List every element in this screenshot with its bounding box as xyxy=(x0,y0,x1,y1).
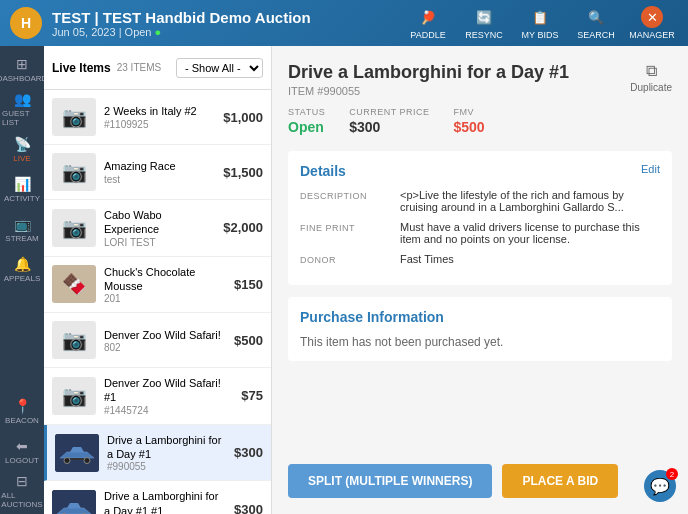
live-items-list: 📷 2 Weeks in Italy #2 #1109925 $1,000 📷 … xyxy=(44,90,271,514)
detail-item-id: ITEM #990055 xyxy=(288,85,569,97)
item-name: 2 Weeks in Italy #2 xyxy=(104,104,215,118)
status-label: STATUS xyxy=(288,107,325,117)
chat-button[interactable]: 💬 2 xyxy=(644,470,676,502)
current-price-label: CURRENT PRICE xyxy=(349,107,429,117)
list-item[interactable]: 📷 Denver Zoo Wild Safari! #1 #1445724 $7… xyxy=(44,368,271,425)
my-bids-button[interactable]: 📋 MY BIDS xyxy=(514,0,566,46)
list-item[interactable]: 🍫 Chuck's Chocolate Mousse 201 $150 xyxy=(44,257,271,314)
item-info: Chuck's Chocolate Mousse 201 xyxy=(104,265,226,305)
logout-icon: ⬅ xyxy=(16,438,28,454)
details-section: Details Edit DESCRIPTION <p>Live the lif… xyxy=(288,151,672,285)
item-price: $300 xyxy=(234,445,263,460)
paddle-icon: 🏓 xyxy=(417,6,439,28)
list-item[interactable]: Drive a Lamborghini for a Day #1 #1 #147… xyxy=(44,481,271,514)
description-value: <p>Live the lifestyle of the rich and fa… xyxy=(400,189,660,213)
list-item[interactable]: Drive a Lamborghini for a Day #1 #990055… xyxy=(44,425,271,482)
chat-icon: 💬 xyxy=(650,477,670,496)
detail-panel: Drive a Lamborghini for a Day #1 ITEM #9… xyxy=(272,46,688,514)
sidebar: ⊞ DASHBOARD 👥 GUEST LIST 📡 LIVE 📊 ACTIVI… xyxy=(0,46,44,514)
item-sub: #990055 xyxy=(107,461,226,472)
chat-badge: 2 xyxy=(666,468,678,480)
item-name: Denver Zoo Wild Safari! #1 xyxy=(104,376,233,405)
item-price: $150 xyxy=(234,277,263,292)
duplicate-button[interactable]: ⧉ Duplicate xyxy=(630,62,672,93)
detail-price-col: CURRENT PRICE $300 xyxy=(349,107,429,135)
open-status-dot: ● xyxy=(155,26,162,38)
appeals-icon: 🔔 xyxy=(14,256,31,272)
header-title-block: TEST | TEST Handbid Demo Auction Jun 05,… xyxy=(52,9,402,38)
split-winners-button[interactable]: SPLIT (MULTIPLE WINNERS) xyxy=(288,464,492,498)
current-price-value: $300 xyxy=(349,119,429,135)
app-logo: H xyxy=(10,7,42,39)
header-actions: 🏓 PADDLE 🔄 RESYNC 📋 MY BIDS 🔍 SEARCH ✕ M… xyxy=(402,0,678,46)
item-name: Drive a Lamborghini for a Day #1 xyxy=(107,433,226,462)
activity-icon: 📊 xyxy=(14,176,31,192)
paddle-button[interactable]: 🏓 PADDLE xyxy=(402,0,454,46)
sidebar-item-all-auctions[interactable]: ⊟ ALL AUCTIONS xyxy=(2,472,42,510)
auction-title: TEST | TEST Handbid Demo Auction xyxy=(52,9,402,26)
item-name: Amazing Race xyxy=(104,159,215,173)
item-thumbnail xyxy=(55,434,99,472)
item-price: $500 xyxy=(234,333,263,348)
description-label: DESCRIPTION xyxy=(300,189,390,213)
resync-icon: 🔄 xyxy=(473,6,495,28)
beacon-icon: 📍 xyxy=(14,398,31,414)
item-price: $1,500 xyxy=(223,165,263,180)
purchase-section-title: Purchase Information xyxy=(300,309,660,325)
sidebar-item-appeals[interactable]: 🔔 APPEALS xyxy=(2,250,42,288)
list-item[interactable]: 📷 Cabo Wabo Experience LORI TEST $2,000 xyxy=(44,200,271,257)
item-price: $1,000 xyxy=(223,110,263,125)
detail-item-title: Drive a Lamborghini for a Day #1 xyxy=(288,62,569,83)
main-layout: ⊞ DASHBOARD 👥 GUEST LIST 📡 LIVE 📊 ACTIVI… xyxy=(0,46,688,514)
sidebar-item-activity[interactable]: 📊 ACTIVITY xyxy=(2,170,42,208)
live-icon: 📡 xyxy=(14,136,31,152)
live-items-title: Live Items xyxy=(52,61,111,75)
search-icon: 🔍 xyxy=(585,6,607,28)
item-price: $75 xyxy=(241,388,263,403)
sidebar-item-live[interactable]: 📡 LIVE xyxy=(2,130,42,168)
list-item[interactable]: 📷 2 Weeks in Italy #2 #1109925 $1,000 xyxy=(44,90,271,145)
fine-print-label: FINE PRINT xyxy=(300,221,390,245)
item-info: Drive a Lamborghini for a Day #1 #1 #147… xyxy=(104,489,226,514)
fmv-label: FMV xyxy=(454,107,485,117)
item-info: Denver Zoo Wild Safari! 802 xyxy=(104,328,226,353)
item-sub: LORI TEST xyxy=(104,237,215,248)
purchase-message: This item has not been purchased yet. xyxy=(300,335,660,349)
sidebar-item-stream[interactable]: 📺 STREAM xyxy=(2,210,42,248)
item-name: Drive a Lamborghini for a Day #1 #1 xyxy=(104,489,226,514)
detail-fmv-col: FMV $500 xyxy=(454,107,485,135)
sidebar-item-beacon[interactable]: 📍 BEACON xyxy=(2,392,42,430)
dashboard-icon: ⊞ xyxy=(16,56,28,72)
resync-button[interactable]: 🔄 RESYNC xyxy=(458,0,510,46)
item-name: Chuck's Chocolate Mousse xyxy=(104,265,226,294)
item-price: $300 xyxy=(234,502,263,514)
item-name: Cabo Wabo Experience xyxy=(104,208,215,237)
stream-icon: 📺 xyxy=(14,216,31,232)
place-bid-button[interactable]: PLACE A BID xyxy=(502,464,618,498)
item-info: Drive a Lamborghini for a Day #1 #990055 xyxy=(107,433,226,473)
item-sub: #1109925 xyxy=(104,119,215,130)
item-thumbnail: 📷 xyxy=(52,153,96,191)
list-item[interactable]: 📷 Amazing Race test $1,500 xyxy=(44,145,271,200)
details-section-title: Details Edit xyxy=(300,163,660,179)
item-sub: 201 xyxy=(104,293,226,304)
detail-row: DESCRIPTION <p>Live the lifestyle of the… xyxy=(300,189,660,213)
list-item[interactable]: 📷 Denver Zoo Wild Safari! 802 $500 xyxy=(44,313,271,368)
duplicate-icon: ⧉ xyxy=(646,62,657,80)
fine-print-value: Must have a valid drivers license to pur… xyxy=(400,221,660,245)
detail-actions: SPLIT (MULTIPLE WINNERS) PLACE A BID xyxy=(288,454,672,498)
search-button[interactable]: 🔍 SEARCH xyxy=(570,0,622,46)
sidebar-item-dashboard[interactable]: ⊞ DASHBOARD xyxy=(2,50,42,88)
live-items-header: Live Items 23 ITEMS - Show All - xyxy=(44,46,271,90)
manager-button[interactable]: ✕ MANAGER xyxy=(626,0,678,46)
sidebar-item-logout[interactable]: ⬅ LOGOUT xyxy=(2,432,42,470)
show-all-select[interactable]: - Show All - xyxy=(176,58,263,78)
live-items-count: 23 ITEMS xyxy=(117,62,161,73)
svg-point-1 xyxy=(64,457,70,463)
fmv-value: $500 xyxy=(454,119,485,135)
edit-button[interactable]: Edit xyxy=(641,163,660,179)
item-price: $2,000 xyxy=(223,220,263,235)
item-info: Denver Zoo Wild Safari! #1 #1445724 xyxy=(104,376,233,416)
all-auctions-icon: ⊟ xyxy=(16,473,28,489)
sidebar-item-guest-list[interactable]: 👥 GUEST LIST xyxy=(2,90,42,128)
